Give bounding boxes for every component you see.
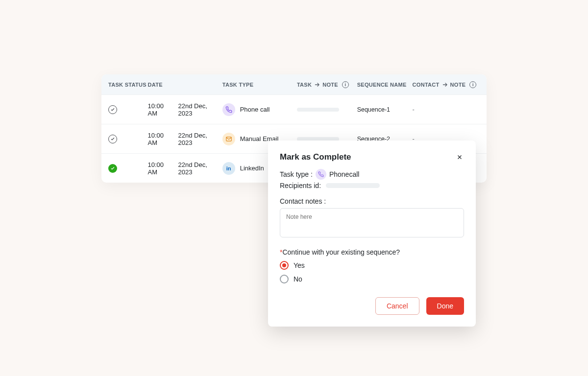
- contact-label: CONTACT: [413, 82, 440, 88]
- task-time: 10:00 AM: [148, 161, 174, 176]
- cancel-button[interactable]: Cancel: [375, 297, 419, 315]
- task-type-label: Phone call: [240, 106, 270, 113]
- close-icon[interactable]: [455, 153, 464, 162]
- col-header-date: DATE: [148, 82, 222, 88]
- phone-icon: [316, 169, 326, 180]
- note-label-2: NOTE: [450, 82, 466, 88]
- sequence-name: Sequence-1: [357, 106, 413, 113]
- continue-sequence-question: *Continue with your existing sequence?: [280, 248, 464, 256]
- info-icon[interactable]: i: [469, 81, 476, 88]
- col-header-task-note: TASK NOTE i: [297, 81, 357, 88]
- task-type-meta-label: Task type :: [280, 170, 313, 178]
- recipients-skeleton: [326, 183, 380, 188]
- task-date: 22nd Dec, 2023: [178, 132, 222, 146]
- col-header-status: TASK STATUS: [108, 82, 148, 88]
- contact-note-value: -: [413, 106, 480, 113]
- mark-complete-modal: Mark as Complete Task type : Phonecall R…: [268, 141, 476, 327]
- task-date: 22nd Dec, 2023: [178, 161, 222, 176]
- radio-no[interactable]: No: [280, 275, 464, 283]
- info-icon[interactable]: i: [342, 81, 349, 88]
- arrow-right-icon: [441, 81, 448, 88]
- status-open-icon[interactable]: [108, 105, 117, 114]
- radio-yes[interactable]: Yes: [280, 261, 464, 270]
- radio-indicator-selected: [280, 261, 289, 270]
- task-type-label: LinkedIn: [240, 164, 264, 172]
- arrow-right-icon: [314, 81, 320, 88]
- task-type-meta-value: Phonecall: [329, 170, 360, 178]
- col-header-type: TASK TYPE: [222, 82, 297, 88]
- col-header-sequence: SEQUENCE NAME: [357, 82, 413, 88]
- modal-title: Mark as Complete: [280, 152, 351, 162]
- col-header-contact-note: CONTACT NOTE i: [413, 81, 480, 88]
- table-header-row: TASK STATUS DATE TASK TYPE TASK NOTE i S…: [101, 74, 487, 94]
- note-label: NOTE: [322, 82, 338, 88]
- status-done-icon[interactable]: [108, 164, 117, 173]
- recipients-label: Recipients id:: [280, 182, 321, 189]
- task-time: 10:00 AM: [148, 132, 174, 146]
- radio-indicator: [280, 275, 289, 283]
- linkedin-icon: in: [222, 162, 235, 175]
- note-skeleton: [297, 108, 339, 112]
- contact-notes-input[interactable]: [280, 208, 464, 237]
- done-button[interactable]: Done: [426, 297, 464, 315]
- contact-notes-label: Contact notes :: [280, 197, 464, 205]
- task-date: 22nd Dec, 2023: [178, 102, 222, 117]
- radio-no-label: No: [294, 275, 302, 283]
- radio-yes-label: Yes: [294, 261, 305, 269]
- status-open-icon[interactable]: [108, 135, 117, 143]
- phone-icon: [222, 103, 235, 116]
- task-label: TASK: [297, 82, 312, 88]
- continue-sequence-radio-group: Yes No: [280, 261, 464, 283]
- table-row[interactable]: 10:00 AM 22nd Dec, 2023 Phone call Seque…: [101, 94, 487, 124]
- task-time: 10:00 AM: [148, 102, 174, 117]
- mail-icon: [222, 133, 235, 145]
